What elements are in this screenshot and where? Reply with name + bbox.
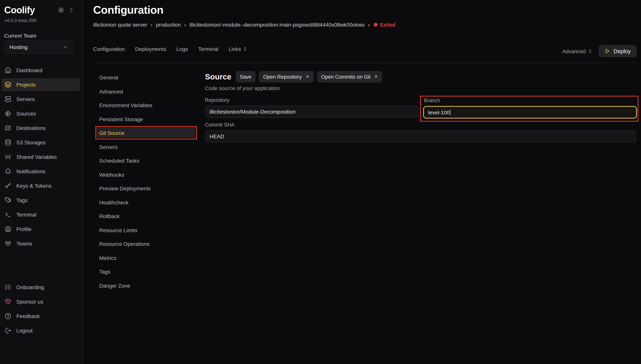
tab-logs[interactable]: Logs (176, 46, 188, 52)
sidebar-item-feedback[interactable]: Feedback (0, 309, 83, 323)
branch-input[interactable]: level-100 (423, 106, 637, 118)
repository-label: Repository (205, 97, 229, 103)
tab-links[interactable]: Links (229, 46, 248, 52)
breadcrumb-chevron-icon: › (184, 22, 186, 28)
subnav-item-danger-zone[interactable]: Danger Zone (97, 279, 195, 292)
annotation-box-branch: Branch level-100 (420, 96, 638, 122)
map-icon (5, 125, 12, 132)
sidebar-item-dashboard[interactable]: Dashboard (0, 63, 83, 78)
subnav-item-scheduled-tasks[interactable]: Scheduled Tasks (97, 154, 195, 168)
source-header-row: Source Save Open Repository Open Commits… (205, 71, 382, 82)
status-dot-icon (374, 23, 377, 26)
sidebar: Coolify v4.0.0-beta.399 Current Team Hos… (0, 0, 83, 364)
key-icon (5, 182, 12, 189)
commit-sha-input[interactable]: HEAD (205, 130, 636, 142)
sidebar-item-shared-variables[interactable]: Shared Variables (0, 150, 83, 164)
sidebar-item-notifications[interactable]: Notifications (0, 164, 83, 178)
play-icon (604, 48, 610, 54)
subnav-item-advanced[interactable]: Advanced (97, 84, 195, 98)
heart-hands-icon (5, 298, 12, 305)
configuration-subnav: General Advanced Environment Variables P… (97, 71, 195, 292)
source-heading: Source (205, 72, 231, 81)
subnav-item-general[interactable]: General (97, 71, 195, 84)
chevrons-up-down-icon (243, 47, 248, 51)
save-button[interactable]: Save (236, 71, 256, 82)
breadcrumb-chevron-icon: › (151, 22, 153, 28)
subnav-item-rollback[interactable]: Rollback (97, 209, 195, 223)
sidebar-item-teams[interactable]: Teams (0, 236, 83, 251)
sidebar-item-profile[interactable]: Profile (0, 222, 83, 236)
sidebar-item-terminal[interactable]: Terminal (0, 208, 83, 222)
sidebar-item-s3-storages[interactable]: S3 Storages (0, 135, 83, 150)
open-repository-button[interactable]: Open Repository (259, 71, 314, 82)
tab-terminal[interactable]: Terminal (198, 46, 218, 52)
team-select-value: Hosting (10, 44, 28, 50)
tags-icon (5, 197, 12, 204)
chevrons-up-down-icon (588, 49, 592, 54)
breadcrumb-project[interactable]: illicitonion quote server (93, 22, 147, 28)
subnav-item-metrics[interactable]: Metrics (97, 251, 195, 265)
app-version: v4.0.0-beta.399 (5, 18, 36, 23)
breadcrumb-resource[interactable]: illicitestonion/-module--decomposition:m… (189, 22, 364, 28)
source-description: Code source of your application. (205, 85, 281, 91)
advanced-dropdown[interactable]: Advanced (562, 48, 592, 54)
breadcrumb-environment[interactable]: production (156, 22, 181, 28)
layers-icon (5, 81, 12, 88)
theme-select-button[interactable] (69, 8, 74, 12)
tab-deployments[interactable]: Deployments (135, 46, 166, 52)
tab-configuration[interactable]: Configuration (93, 46, 125, 52)
breadcrumb: illicitonion quote server › production ›… (93, 22, 395, 28)
sidebar-item-sources[interactable]: Sources (0, 106, 83, 121)
terminal-icon (5, 211, 12, 218)
subnav-item-webhooks[interactable]: Webhooks (97, 168, 195, 182)
subnav-item-persistent-storage[interactable]: Persistent Storage (97, 112, 195, 126)
commit-sha-label: Commit SHA (205, 122, 235, 128)
top-actions: Advanced Deploy (562, 45, 636, 57)
resource-tabs: Configuration Deployments Logs Terminal … (93, 46, 248, 52)
app-window: Coolify v4.0.0-beta.399 Current Team Hos… (0, 0, 641, 364)
sidebar-footer-nav: Onboarding Sponsor us Feedback Logout (0, 280, 83, 338)
user-circle-icon (5, 226, 12, 232)
chevron-down-icon (63, 44, 68, 50)
bell-icon (5, 168, 12, 175)
sidebar-item-servers[interactable]: Servers (0, 92, 83, 106)
sidebar-item-keys-tokens[interactable]: Keys & Tokens (0, 178, 83, 193)
database-icon (5, 139, 12, 146)
team-select[interactable]: Hosting (4, 41, 73, 54)
server-icon (5, 96, 12, 102)
repository-input[interactable]: illicitestonion/Module-Decomposition (205, 106, 419, 118)
parentheses-x-icon (5, 154, 12, 160)
text-cursor (450, 109, 451, 115)
sidebar-item-logout[interactable]: Logout (0, 323, 83, 338)
subnav-item-git-source[interactable]: Git Source (97, 126, 195, 140)
subnav-item-environment-variables[interactable]: Environment Variables (97, 98, 195, 112)
git-source-icon (5, 110, 12, 117)
chevrons-up-down-icon (69, 8, 74, 12)
arrow-up-right-icon (374, 74, 378, 79)
open-commits-button[interactable]: Open Commits on Git (317, 71, 382, 82)
subnav-item-resource-limits[interactable]: Resource Limits (97, 223, 195, 237)
sidebar-item-onboarding[interactable]: Onboarding (0, 280, 83, 294)
help-circle-icon (5, 313, 12, 320)
sidebar-item-sponsor-us[interactable]: Sponsor us (0, 294, 83, 309)
page-title: Configuration (93, 4, 164, 16)
subnav-item-healthcheck[interactable]: Healthcheck (97, 196, 195, 209)
branch-label: Branch (424, 98, 440, 103)
home-icon (5, 67, 12, 74)
status-text: Exited (380, 22, 395, 28)
subnav-item-tags[interactable]: Tags (97, 265, 195, 279)
sun-icon (58, 7, 64, 13)
sidebar-item-projects[interactable]: Projects (0, 78, 83, 92)
theme-toggle-button[interactable] (58, 7, 64, 13)
app-logo: Coolify (4, 4, 35, 16)
users-icon (5, 240, 12, 247)
sidebar-item-tags[interactable]: Tags (0, 193, 83, 208)
breadcrumb-chevron-icon: › (368, 22, 370, 28)
logo-row: Coolify (4, 4, 74, 16)
subnav-item-preview-deployments[interactable]: Preview Deployments (97, 182, 195, 196)
subnav-item-servers[interactable]: Servers (97, 140, 195, 154)
subnav-item-resource-operations[interactable]: Resource Operations (97, 237, 195, 251)
sidebar-item-destinations[interactable]: Destinations (0, 121, 83, 135)
deploy-button[interactable]: Deploy (599, 45, 636, 57)
checklist-icon (5, 284, 12, 291)
